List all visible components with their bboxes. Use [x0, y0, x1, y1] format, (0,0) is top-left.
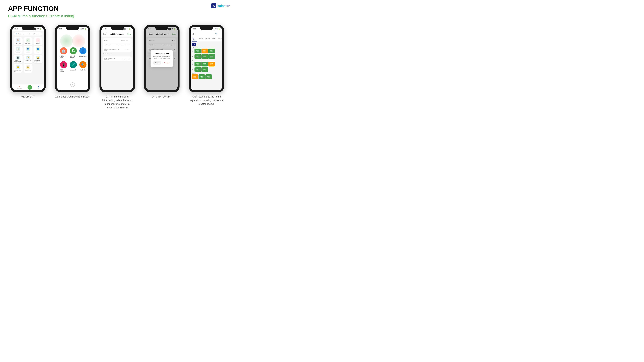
blur-green-decoration	[60, 34, 73, 47]
tab-vacant[interactable]: Vacant	[198, 37, 204, 41]
room-b201[interactable]: B201 Expire	[192, 74, 198, 79]
room-b105[interactable]: B105 100%	[202, 62, 208, 66]
tab-all-status[interactable]: All status	[192, 37, 198, 41]
phone-1-search[interactable]: 🔍 Search for rooms/tenants/devices	[14, 32, 42, 36]
page-title: APP FUNCTION	[8, 5, 226, 12]
phone-3-caption: 03. Fill in the building information, se…	[101, 95, 133, 109]
phone-1-time: 21:48	[14, 28, 18, 30]
phone-2-time: 8:33	[59, 28, 62, 30]
phone-3-nav-title: Add bulk rooms	[110, 33, 124, 35]
room-b102-expire[interactable]: B102 Expire	[202, 48, 208, 53]
tab-expire[interactable]: Expire	[211, 37, 217, 41]
room-b202[interactable]: B202 100%	[198, 74, 205, 79]
floor-row-4f: 4F B104 100% B105 100% B106	[192, 62, 221, 66]
floor-1f-rooms: B101 100% B102 Expire B103 Rented	[194, 48, 215, 53]
menu-tenant[interactable]: 👤 Tenant	[24, 46, 32, 54]
phone-3-personalization-title: Personalization	[102, 52, 133, 55]
room-b104[interactable]: B104 100%	[194, 62, 201, 66]
phone-2-frame: 8:33 ▐▐▐ 4G 🔋 🏢 Add a room	[55, 25, 90, 92]
room-b108[interactable]: B108 100%	[202, 67, 208, 72]
management-card-icon: 💳	[16, 65, 20, 69]
phone-3-floors-row[interactable]: Add Floors Select a total of 1 layers ›	[103, 43, 132, 47]
building-label: B1	[192, 43, 221, 46]
menu-lock-upgrade[interactable]: 🔒 Lock upgrade	[24, 64, 32, 73]
floor-b2-rooms: B201 Expire B202 100% B203 100%	[192, 74, 212, 79]
phone-3-status-icons: ▐▐▐ 4G 🔋	[123, 28, 131, 30]
menu2-add-device[interactable]: 📱 Add device	[60, 61, 67, 72]
menu-check-in[interactable]: ✓ Check in	[24, 37, 32, 45]
phone-3-notch	[111, 27, 124, 30]
room-b107[interactable]: B107 100%	[194, 67, 201, 72]
menu2-add-role[interactable]: 🎭 Add role	[79, 61, 86, 72]
dialog-cancel-button[interactable]: Cancel	[153, 61, 161, 64]
menu-pending-list[interactable]: 📝 Pending list	[24, 55, 32, 63]
phone-4-caption: 04. Click "Confirm"	[152, 95, 172, 99]
menu2-add-staff[interactable]: 🧪 Add staff	[70, 61, 77, 72]
phone-3-frame: 8:34 ▐▐▐ 4G 🔋 Back Add bulk rooms Save B…	[100, 25, 135, 92]
room-b106[interactable]: B106 Expire	[208, 62, 215, 66]
home-nav-icon: 🏠	[18, 86, 20, 87]
search-icon: 🔍	[16, 33, 18, 35]
phone-5-tabs: All status Vacant Rented Expire About	[190, 37, 222, 42]
phone-5-screen: 9:23 ▐▐▐ WiFi 🔋 ‹ B ▾ 🔍 + All status	[190, 27, 222, 90]
dialog-confirm-button[interactable]: Confirm	[162, 61, 170, 64]
nav-home[interactable]: 🏠 Home Page	[16, 86, 22, 89]
phone-3-back-button[interactable]: Back	[103, 33, 107, 35]
phone-3-personalization-section: Room Number Prefix (optional) room numbe…	[103, 56, 132, 61]
menu-notification-center[interactable]: 🔔 Notification Center	[34, 55, 42, 63]
floor-row-1f: 1F B101 100% B102 Expire B103	[192, 48, 221, 53]
menu-check-out[interactable]: → Check out	[34, 37, 42, 45]
menu-guest-pwd[interactable]: 🏠 Guest pwd	[14, 37, 22, 45]
room-2f-1[interactable]: B101 100%	[194, 54, 201, 59]
nav-me[interactable]: 👤 Me	[38, 86, 39, 89]
menu2-add-room[interactable]: 🏢 Add a room	[60, 47, 67, 58]
floor-4f-rooms: B104 100% B105 100% B106 Expire	[194, 62, 215, 66]
menu-room[interactable]: 📋 Room	[14, 46, 22, 54]
lock-upgrade-icon: 🔒	[26, 65, 30, 69]
tab-rented[interactable]: Rented	[204, 37, 210, 41]
add-nav-icon[interactable]: +	[219, 33, 220, 35]
phone-5-nav: ‹ B ▾ 🔍 +	[190, 31, 222, 37]
menu-staff[interactable]: 👥 Staff	[34, 46, 42, 54]
phone-5-notch	[200, 27, 213, 30]
phone-5-frame: 9:23 ▐▐▐ WiFi 🔋 ‹ B ▾ 🔍 + All status	[189, 25, 224, 92]
device-mgmt-icon: 📱	[16, 56, 20, 59]
floor-row-3f: 3F	[192, 59, 221, 61]
close-menu-button[interactable]: ×	[70, 82, 75, 87]
room-b203[interactable]: B203 100%	[206, 74, 212, 79]
phone-5-time: 9:23	[193, 28, 196, 30]
phone-2-menu-grid: 🏢 Add a room 🏗 Add bulk rooms 👤 Add tena…	[57, 47, 88, 72]
room-2f-2[interactable]: B102 100%	[202, 54, 208, 59]
menu2-add-tenant[interactable]: 👤 Add tenant	[79, 47, 86, 58]
tab-about[interactable]: About	[218, 37, 222, 41]
phone-5-content: B1 B-B1-1F ··· 1F B101 100% B102	[190, 42, 222, 81]
menu2-add-bulk-rooms[interactable]: 🏗 Add bulk rooms	[70, 47, 77, 58]
phone-1-col: 21:48 ▐▐▐ WiFi 🔋 🔍 Search for rooms/tena…	[8, 25, 48, 99]
add-bulk-rooms-circle: 🏗	[70, 47, 77, 54]
room-b103[interactable]: B103 Rented	[208, 48, 215, 53]
phone-3-save-button[interactable]: Save	[127, 33, 131, 35]
menu-management-card[interactable]: 💳 Management card	[14, 64, 22, 73]
logo: K kaisstar	[211, 3, 230, 8]
phone-3-prefix-row[interactable]: Room Number Prefix (optional) room numbe…	[103, 56, 132, 61]
room-2f-3[interactable]: B103 100%	[208, 54, 215, 59]
add-button[interactable]: +	[28, 85, 32, 90]
floor-row-5f: 5F B107 100% B108 100%	[192, 67, 221, 72]
check-in-icon: ✓	[26, 38, 30, 42]
floor-2f-rooms: B101 100% B102 100% B103 100%	[194, 54, 215, 59]
search-nav-icon[interactable]: 🔍	[215, 33, 218, 35]
phone-5-back-button[interactable]: ‹ B ▾	[192, 33, 196, 35]
logo-icon: K	[211, 3, 216, 8]
menu-device-mgmt[interactable]: 📱 Device management	[14, 55, 22, 63]
confirm-dialog: Add items in bulk Add a total of 5 layer…	[150, 50, 173, 67]
guest-pwd-icon: 🏠	[16, 38, 20, 42]
phone-5-nav-actions: 🔍 +	[215, 33, 220, 35]
phone-3-num-rooms-row: Number of rooms per floor (0-100) number…	[103, 47, 132, 52]
phone-3-nav: Back Add bulk rooms Save	[102, 31, 133, 37]
logo-text: kaisstar	[217, 4, 230, 8]
phone-1-notch	[22, 27, 34, 30]
room-b101[interactable]: B101 100%	[194, 48, 201, 53]
floor-label-1f: B-B1-1F ···	[192, 47, 221, 48]
phone-4-col: 8:38 ▐▐▐ 4G 🔋 ‹ Back Add bulk rooms Save…	[142, 25, 182, 99]
phone-1-bottom-nav: 🏠 Home Page + 👤 Me	[12, 84, 44, 90]
